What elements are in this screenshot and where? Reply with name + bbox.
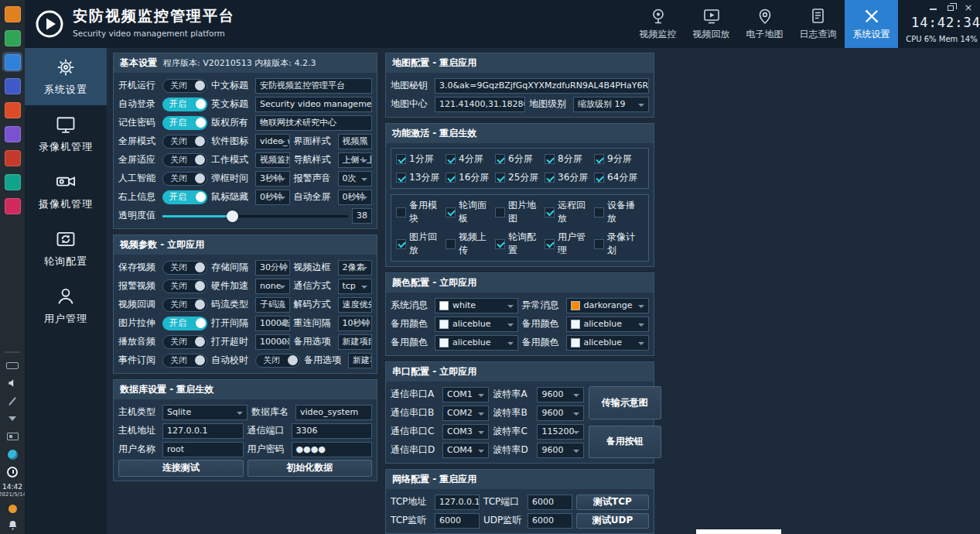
toggle-ai[interactable]: 关闭 (162, 172, 207, 186)
input-tcp-port[interactable]: 6000 (528, 495, 572, 510)
sidebar-item-user-management[interactable]: 用户管理 (25, 277, 107, 334)
restore-button[interactable] (945, 3, 956, 12)
select-stream-type[interactable]: 子码流 (255, 297, 290, 313)
network-ball-icon[interactable] (4, 447, 21, 461)
select-map-level[interactable]: 缩放级别 19 (573, 97, 649, 112)
clock-icon[interactable] (4, 465, 21, 479)
screen-checkbox[interactable]: 36分屏 (545, 171, 594, 184)
select-reconnect-interval[interactable]: 10秒钟 (338, 316, 373, 331)
select-mouse-hide[interactable]: 0秒钟 (255, 190, 290, 205)
taskbar-app-icon[interactable] (2, 52, 22, 72)
nav-log-query[interactable]: 日志查询 (791, 0, 845, 48)
taskbar-app-icon[interactable] (2, 100, 22, 120)
taskbar-app-icon[interactable] (2, 148, 22, 168)
select-com-a[interactable]: COM1 (442, 387, 489, 402)
input-chinese-title[interactable]: 安防视频监控管理平台 (255, 78, 372, 94)
select-baud-d[interactable]: 9600 (537, 443, 583, 458)
color-select-error-message[interactable]: darkorange (566, 298, 650, 313)
color-select-spare-3[interactable]: aliceblue (435, 335, 518, 351)
input-tcp-listen[interactable]: 6000 (435, 513, 480, 529)
nav-video-playback[interactable]: 视频回放 (685, 0, 738, 48)
notification-bell-icon[interactable] (7, 519, 19, 531)
module-checkbox[interactable]: 轮询面板 (446, 199, 495, 225)
color-select-spare-1[interactable]: aliceblue (435, 317, 518, 332)
select-video-border[interactable]: 2像素 (338, 260, 373, 276)
select-hw-accel[interactable]: none (255, 279, 290, 294)
screen-checkbox[interactable]: 8分屏 (545, 152, 594, 166)
color-select-spare-2[interactable]: aliceblue (566, 317, 650, 332)
terminal-icon[interactable] (4, 430, 21, 443)
module-checkbox[interactable]: 录像计划 (594, 231, 644, 257)
toggle-remember-password[interactable]: 开启 (162, 116, 207, 130)
input-db-name[interactable]: video_system (295, 405, 372, 420)
select-auto-fullscreen[interactable]: 0秒钟 (338, 190, 373, 205)
transfer-diagram-button[interactable]: 传输示意图 (589, 386, 661, 419)
select-open-interval[interactable]: 1000毫秒 (255, 316, 290, 331)
module-checkbox[interactable]: 轮询配置 (495, 231, 545, 257)
test-udp-button[interactable]: 测试UDP (576, 513, 649, 529)
test-tcp-button[interactable]: 测试TCP (576, 495, 649, 510)
module-checkbox[interactable]: 图片地图 (495, 199, 545, 225)
volume-icon[interactable] (4, 376, 21, 390)
screen-checkbox[interactable]: 4分屏 (446, 152, 495, 166)
input-map-center[interactable]: 121.41400,31.18280 (435, 97, 525, 112)
init-data-button[interactable]: 初始化数据 (248, 460, 373, 477)
spare-button[interactable]: 备用按钮 (589, 426, 661, 459)
select-nav-style[interactable]: 上侧+上侧 (338, 152, 373, 168)
select-open-timeout[interactable]: 10000毫秒 (255, 334, 290, 350)
screen-checkbox[interactable]: 64分屏 (594, 171, 644, 184)
toggle-video-callback[interactable]: 关闭 (162, 298, 207, 312)
close-button[interactable]: × (963, 3, 974, 12)
connect-test-button[interactable]: 连接测试 (118, 460, 244, 477)
module-checkbox[interactable]: 远程回放 (545, 199, 594, 225)
input-map-key[interactable]: 3.0&ak=9GqzBZjfGqXYXMzdfuRN9AL4B4PHaY6R (435, 78, 649, 94)
opacity-slider[interactable] (162, 209, 348, 223)
select-com-b[interactable]: COM2 (442, 406, 489, 421)
select-host-type[interactable]: Sqlite (162, 405, 248, 420)
taskbar-app-icon[interactable] (2, 28, 22, 48)
select-com-d[interactable]: COM4 (442, 443, 489, 458)
sidebar-item-system-settings[interactable]: 系统设置 (25, 48, 107, 105)
module-checkbox[interactable]: 设备播放 (594, 199, 644, 225)
input-comm-port[interactable]: 3306 (292, 423, 373, 439)
toggle-save-video[interactable]: 关闭 (162, 261, 207, 275)
sidebar-item-polling-config[interactable]: 轮询配置 (25, 220, 107, 277)
select-spare-option-1[interactable]: 新建项目 (338, 334, 373, 350)
keyboard-icon[interactable] (4, 358, 21, 372)
taskbar-app-icon[interactable] (2, 124, 22, 144)
input-username[interactable]: root (162, 442, 244, 457)
edit-icon[interactable] (4, 394, 21, 408)
slider-knob[interactable] (227, 211, 238, 222)
nav-system-settings[interactable]: 系统设置 (845, 0, 898, 48)
select-decode-mode[interactable]: 速度优先 (338, 297, 373, 313)
input-tcp-address[interactable]: 127.0.0.1 (435, 495, 480, 510)
sidebar-item-camera-management[interactable]: 摄像机管理 (25, 163, 107, 220)
select-popup-time[interactable]: 3秒钟 (255, 171, 290, 187)
select-work-mode[interactable]: 视频监控 (255, 152, 290, 168)
input-udp-listen[interactable]: 6000 (528, 513, 572, 529)
module-checkbox[interactable]: 图片回放 (396, 231, 446, 257)
taskbar-app-icon[interactable] (2, 4, 22, 24)
toggle-topright-info[interactable]: 开启 (162, 190, 207, 204)
toggle-image-stretch[interactable]: 开启 (162, 317, 207, 330)
screen-checkbox[interactable]: 16分屏 (446, 171, 495, 184)
toggle-auto-login[interactable]: 开启 (162, 98, 207, 111)
screen-checkbox[interactable]: 1分屏 (396, 152, 446, 166)
module-checkbox[interactable]: 备用模块 (396, 199, 446, 225)
screen-checkbox[interactable]: 25分屏 (495, 171, 545, 184)
screen-checkbox[interactable]: 13分屏 (396, 171, 446, 184)
select-software-icon[interactable]: video_white (255, 134, 290, 149)
select-ui-style[interactable]: 视频黑 (338, 134, 373, 149)
toggle-auto-time-sync[interactable]: 关闭 (255, 354, 300, 368)
minimize-button[interactable] (927, 3, 938, 12)
module-checkbox[interactable]: 用户管理 (545, 231, 594, 257)
nav-electronic-map[interactable]: 电子地图 (738, 0, 791, 48)
select-baud-b[interactable]: 9600 (537, 406, 583, 421)
toggle-play-audio[interactable]: 关闭 (162, 335, 207, 349)
taskbar-app-icon[interactable] (2, 76, 22, 96)
status-dot-icon[interactable] (9, 505, 17, 513)
select-alarm-sound[interactable]: 0次 (338, 171, 373, 187)
nav-video-monitor[interactable]: 视频监控 (631, 0, 685, 48)
taskbar-app-icon[interactable] (2, 172, 22, 192)
input-password[interactable]: ●●●● (292, 442, 373, 457)
